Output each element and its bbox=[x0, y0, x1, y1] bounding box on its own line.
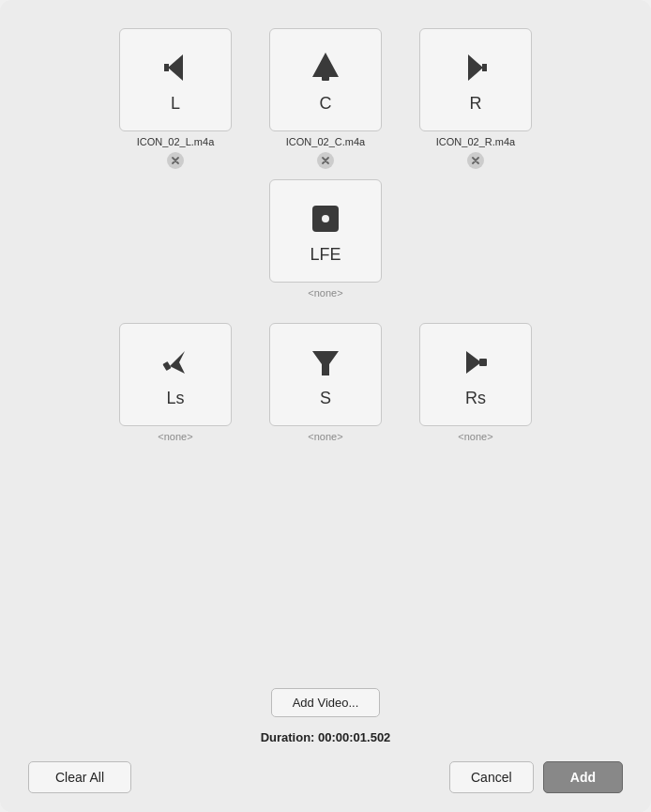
channel-label-L: L bbox=[171, 94, 180, 114]
filename-LFE: <none> bbox=[308, 287, 342, 299]
filename-Rs: <none> bbox=[458, 431, 492, 442]
channel-box-Ls[interactable]: Ls bbox=[119, 323, 232, 426]
channel-cell-Rs: Rs <none> bbox=[415, 323, 537, 442]
channel-box-C[interactable]: C bbox=[269, 28, 382, 131]
right-buttons: Cancel Add bbox=[449, 761, 623, 793]
arrow-back-left-icon bbox=[155, 342, 196, 383]
arrow-right-icon bbox=[455, 47, 496, 88]
row-lfe: LFE <none> bbox=[265, 179, 386, 299]
channel-label-S: S bbox=[320, 389, 331, 408]
add-video-button[interactable]: Add Video... bbox=[271, 688, 381, 717]
dialog: L ICON_02_L.m4a bbox=[0, 0, 651, 812]
remove-button-C[interactable] bbox=[316, 151, 335, 170]
clear-all-button[interactable]: Clear All bbox=[28, 761, 131, 793]
channel-box-Rs[interactable]: Rs bbox=[419, 323, 532, 426]
arrow-back-right-icon bbox=[455, 342, 496, 383]
duration-label: Duration: 00:00:01.502 bbox=[261, 730, 391, 744]
arrow-up-icon bbox=[305, 47, 346, 88]
svg-rect-1 bbox=[164, 64, 169, 71]
channel-cell-Ls: Ls <none> bbox=[114, 323, 236, 442]
filename-R: ICON_02_R.m4a bbox=[436, 136, 515, 147]
channel-grid: L ICON_02_L.m4a bbox=[19, 28, 632, 679]
channel-cell-R: R ICON_02_R.m4a bbox=[415, 28, 537, 170]
row-surround: Ls <none> S <none> bbox=[114, 323, 537, 442]
channel-box-R[interactable]: R bbox=[419, 28, 532, 131]
dot-box-icon bbox=[305, 198, 346, 239]
channel-box-S[interactable]: S bbox=[269, 323, 382, 426]
bottom-section: Add Video... Duration: 00:00:01.502 Clea… bbox=[19, 688, 632, 793]
filename-L: ICON_02_L.m4a bbox=[137, 136, 215, 147]
svg-rect-12 bbox=[162, 361, 171, 371]
svg-marker-0 bbox=[168, 54, 183, 81]
cancel-button[interactable]: Cancel bbox=[449, 761, 534, 793]
svg-rect-15 bbox=[479, 359, 487, 366]
remove-button-R[interactable] bbox=[466, 151, 485, 170]
button-row: Clear All Cancel Add bbox=[19, 761, 632, 793]
arrow-left-icon bbox=[155, 47, 196, 88]
channel-label-R: R bbox=[470, 94, 482, 114]
channel-label-Rs: Rs bbox=[465, 389, 486, 408]
channel-cell-S: S <none> bbox=[265, 323, 386, 442]
channel-label-LFE: LFE bbox=[310, 245, 341, 265]
channel-label-Ls: Ls bbox=[166, 389, 184, 408]
channel-box-L[interactable]: L bbox=[119, 28, 232, 131]
svg-marker-3 bbox=[312, 53, 339, 77]
row-lcr: L ICON_02_L.m4a bbox=[114, 28, 537, 170]
channel-label-C: C bbox=[320, 94, 332, 114]
channel-cell-LFE: LFE <none> bbox=[265, 179, 386, 299]
add-button[interactable]: Add bbox=[543, 761, 623, 793]
svg-rect-7 bbox=[482, 64, 487, 71]
svg-point-10 bbox=[322, 215, 329, 222]
filename-S: <none> bbox=[308, 431, 342, 442]
funnel-icon bbox=[305, 342, 346, 383]
filename-Ls: <none> bbox=[158, 431, 192, 442]
svg-marker-6 bbox=[468, 54, 483, 81]
remove-button-L[interactable] bbox=[166, 151, 185, 170]
channel-box-LFE[interactable]: LFE bbox=[269, 179, 382, 283]
channel-cell-C: C ICON_02_C.m4a bbox=[265, 28, 386, 170]
filename-C: ICON_02_C.m4a bbox=[286, 136, 365, 147]
svg-marker-13 bbox=[312, 351, 339, 375]
channel-cell-L: L ICON_02_L.m4a bbox=[114, 28, 236, 170]
svg-rect-4 bbox=[322, 75, 329, 81]
svg-marker-14 bbox=[466, 351, 481, 374]
svg-marker-11 bbox=[170, 351, 185, 374]
